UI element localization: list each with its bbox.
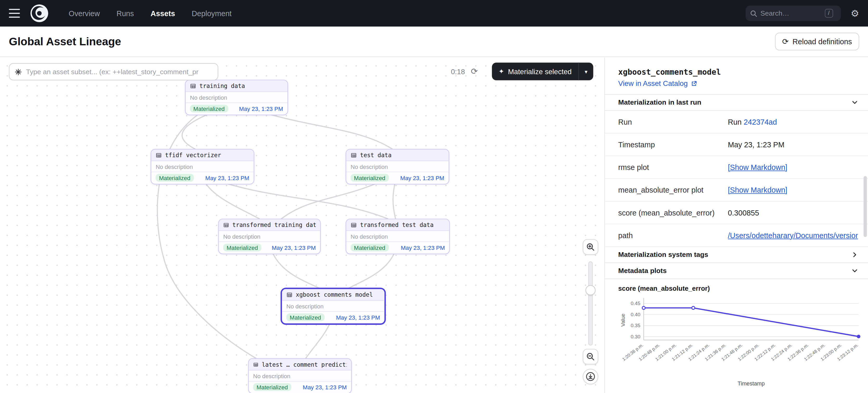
svg-text:0.40: 0.40 <box>630 312 640 317</box>
materialization-time[interactable]: May 23, 1:23 PM <box>206 174 249 181</box>
asset-detail-panel: xgboost_comments_model View in Asset Cat… <box>605 58 868 393</box>
asset-description: No description <box>186 92 287 102</box>
materialize-dropdown-caret[interactable]: ▾ <box>579 68 593 74</box>
section-materialization-last-run[interactable]: Materialization in last run <box>605 94 868 111</box>
table-icon <box>253 361 258 367</box>
asset-description: No description <box>219 231 320 241</box>
table-icon <box>223 222 229 228</box>
svg-text:0.30: 0.30 <box>630 334 640 339</box>
svg-text:Value: Value <box>620 314 626 327</box>
reload-definitions-button[interactable]: ⟳ Reload definitions <box>775 33 860 51</box>
asset-node-tfidf-vectorizer[interactable]: tfidf_vectorizer No description Material… <box>151 149 254 184</box>
asset-node-transformed-test-data[interactable]: transformed_test_data No description Mat… <box>346 219 450 254</box>
materialization-time[interactable]: May 23, 1:23 PM <box>272 244 316 251</box>
asset-name: transformed_test_data <box>360 222 433 228</box>
asset-node-transformed-training-data[interactable]: transformed_training_data No description… <box>218 219 321 254</box>
materialized-badge[interactable]: Materialized <box>156 174 194 182</box>
asset-name: tfidf_vectorizer <box>165 152 221 159</box>
row-key: Run <box>618 118 728 126</box>
row-value: 0.300855 <box>728 208 759 217</box>
nav-item-deployment[interactable]: Deployment <box>192 9 231 18</box>
page-header: Global Asset Lineage ⟳ Reload definition… <box>0 27 868 57</box>
asset-description: No description <box>151 161 254 171</box>
refresh-icon[interactable]: ⟳ <box>471 66 478 76</box>
asset-name: transformed_training_data <box>232 222 316 228</box>
asset-name: xgboost_comments_model <box>296 291 373 298</box>
materialization-time[interactable]: May 23, 1:23 PM <box>336 314 380 321</box>
dagster-logo[interactable] <box>30 4 49 23</box>
materialized-badge[interactable]: Materialized <box>351 243 389 252</box>
row-key: rmse plot <box>618 163 728 171</box>
section-metadata-plots[interactable]: Metadata plots <box>605 263 868 279</box>
panel-scrollbar[interactable] <box>864 176 867 237</box>
asset-description: No description <box>249 370 351 381</box>
materialize-selected-button[interactable]: ✦ Materialize selected ▾ <box>492 62 593 80</box>
row-key: path <box>618 231 728 239</box>
row-value: May 23, 1:23 PM <box>728 140 784 149</box>
row-key: Timestamp <box>618 140 728 149</box>
row-value: Run <box>728 118 742 126</box>
materialize-selected-label: Materialize selected <box>508 67 571 76</box>
table-icon <box>351 222 357 228</box>
top-nav: Overview Runs Assets Deployment / ⚙ <box>0 0 868 27</box>
reload-icon: ⟳ <box>782 38 788 45</box>
section-title: Materialization system tags <box>618 251 708 259</box>
materialization-time[interactable]: May 23, 1:23 PM <box>400 174 444 181</box>
search-input[interactable] <box>761 9 822 17</box>
chevron-down-icon <box>851 267 858 274</box>
section-materialization-system-tags[interactable]: Materialization system tags <box>605 247 868 263</box>
recenter-button[interactable] <box>583 369 598 384</box>
asset-filter-input[interactable] <box>26 68 209 76</box>
menu-icon[interactable] <box>9 9 20 18</box>
row-key: mean_absolute_error plot <box>618 186 728 194</box>
asset-filter-box[interactable] <box>9 63 218 80</box>
view-in-asset-catalog-link[interactable]: View in Asset Catalog <box>618 79 688 88</box>
gear-icon[interactable]: ⚙ <box>851 9 859 18</box>
svg-text:0.45: 0.45 <box>630 301 640 306</box>
show-markdown-link[interactable]: [Show Markdown] <box>728 163 787 171</box>
metadata-row-mae-plot: mean_absolute_error plot [Show Markdown] <box>605 179 868 201</box>
svg-text:0.35: 0.35 <box>630 323 640 328</box>
materialized-badge[interactable]: Materialized <box>190 105 228 112</box>
asset-description: No description <box>346 161 449 171</box>
show-markdown-link[interactable]: [Show Markdown] <box>728 186 787 194</box>
zoom-slider-knob[interactable] <box>586 285 595 295</box>
metadata-row-timestamp: Timestamp May 23, 1:23 PM <box>605 133 868 156</box>
reload-definitions-label: Reload definitions <box>793 37 852 46</box>
section-title: Materialization in last run <box>618 99 702 106</box>
nav-item-overview[interactable]: Overview <box>69 9 100 18</box>
materialized-badge[interactable]: Materialized <box>223 243 261 252</box>
materialization-time[interactable]: May 23, 1:23 PM <box>239 105 283 112</box>
materialization-time[interactable]: May 23, 1:23 PM <box>303 384 347 390</box>
asset-description: No description <box>282 301 384 311</box>
run-link[interactable]: 242374ad <box>744 118 777 126</box>
asset-node-training-data[interactable]: training_data No description Materialize… <box>185 79 288 115</box>
zoom-in-icon <box>586 242 595 252</box>
nav-item-runs[interactable]: Runs <box>116 9 134 18</box>
materialized-badge[interactable]: Materialized <box>286 314 324 321</box>
asset-panel-title: xgboost_comments_model <box>605 58 868 77</box>
path-link[interactable]: /Users/odetteharary/Documents/version <box>728 231 858 239</box>
metric-chart-container: 0.300.350.400.451:20:36 p.m.1:20:48 p.m.… <box>605 292 868 391</box>
zoom-in-button[interactable] <box>583 239 598 255</box>
asset-node-latest-comment-predictions[interactable]: latest_…_comment_predictions No descript… <box>248 358 352 393</box>
recenter-icon <box>586 372 595 382</box>
lineage-graph-canvas[interactable]: 0:18 ⟳ ✦ Materialize selected ▾ training… <box>0 58 605 393</box>
zoom-slider-track[interactable] <box>588 261 593 346</box>
materialized-badge[interactable]: Materialized <box>253 383 291 391</box>
nav-item-assets[interactable]: Assets <box>151 9 175 18</box>
asset-node-xgboost-comments-model[interactable]: xgboost_comments_model No description Ma… <box>281 289 385 324</box>
materialization-time[interactable]: May 23, 1:23 PM <box>401 244 445 251</box>
table-icon <box>190 83 196 89</box>
sparkle-icon: ✦ <box>499 68 504 75</box>
nav-links: Overview Runs Assets Deployment <box>69 9 232 18</box>
zoom-out-button[interactable] <box>583 349 598 364</box>
asset-name: training_data <box>199 83 245 89</box>
score-line-chart: 0.300.350.400.451:20:36 p.m.1:20:48 p.m.… <box>617 294 865 389</box>
materialized-badge[interactable]: Materialized <box>351 174 389 182</box>
asset-name: test_data <box>360 152 392 159</box>
asset-node-test-data[interactable]: test_data No description MaterializedMay… <box>346 149 450 184</box>
search-box[interactable]: / <box>745 5 841 21</box>
svg-text:Timestamp: Timestamp <box>738 381 765 387</box>
metadata-row-path: path /Users/odetteharary/Documents/versi… <box>605 224 868 247</box>
